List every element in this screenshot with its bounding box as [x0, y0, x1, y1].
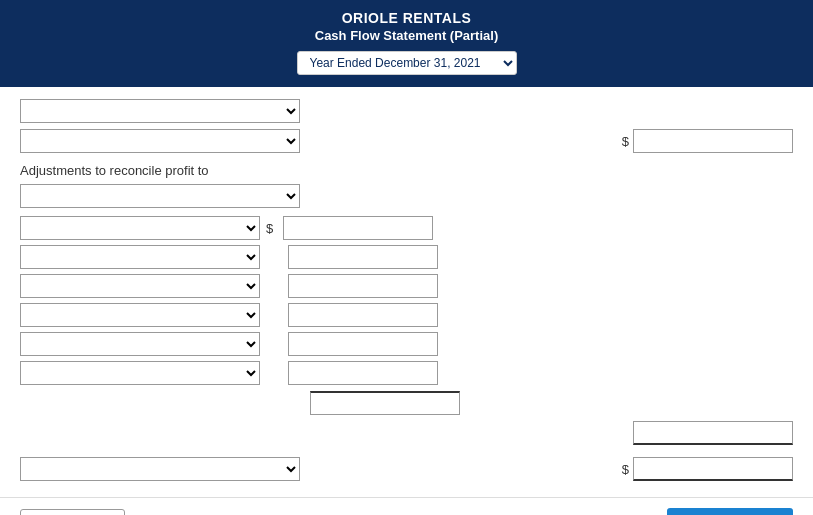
- adj-row-4: [20, 303, 793, 327]
- adj-dropdown-1[interactable]: [20, 216, 260, 240]
- adjustments-label: Adjustments to reconcile profit to: [20, 163, 793, 178]
- adj-input-6[interactable]: [288, 361, 438, 385]
- header: ORIOLE RENTALS Cash Flow Statement (Part…: [0, 0, 813, 87]
- adj-dollar-1: $: [266, 221, 273, 236]
- adj-input-3[interactable]: [288, 274, 438, 298]
- adj-input-5[interactable]: [288, 332, 438, 356]
- dropdown-bottom[interactable]: [20, 457, 300, 481]
- row-1: [20, 99, 793, 123]
- submit-button[interactable]: Submit Answer: [667, 508, 793, 515]
- adj-input-1[interactable]: [283, 216, 433, 240]
- adj-dropdown-6[interactable]: [20, 361, 260, 385]
- adj-dropdown-5[interactable]: [20, 332, 260, 356]
- bottom-row: $: [20, 457, 793, 481]
- dollar-sign-row2: $: [622, 134, 629, 149]
- dropdown-adjustments-header[interactable]: [20, 184, 300, 208]
- input-row2[interactable]: [633, 129, 793, 153]
- adj-dropdown-4[interactable]: [20, 303, 260, 327]
- company-name: ORIOLE RENTALS: [20, 10, 793, 26]
- adjustments-rows: $: [20, 216, 793, 385]
- dollar-sign-bottom: $: [622, 462, 629, 477]
- adj-row-1: $: [20, 216, 793, 240]
- total-input[interactable]: [633, 421, 793, 445]
- adj-row-6: [20, 361, 793, 385]
- statement-title: Cash Flow Statement (Partial): [20, 28, 793, 43]
- row-2: $: [20, 129, 793, 153]
- dropdown-row1[interactable]: [20, 99, 300, 123]
- adj-input-4[interactable]: [288, 303, 438, 327]
- footer: Save for Later Attempts: 0 of 1 used Sub…: [0, 497, 813, 515]
- adj-dropdown-2[interactable]: [20, 245, 260, 269]
- subtotal-input[interactable]: [310, 391, 460, 415]
- bottom-right: $: [622, 457, 793, 481]
- total-section: [20, 421, 793, 445]
- adj-row-2: [20, 245, 793, 269]
- adj-row-3: [20, 274, 793, 298]
- bottom-input[interactable]: [633, 457, 793, 481]
- adjustments-header-row: [20, 184, 793, 208]
- save-button[interactable]: Save for Later: [20, 509, 125, 516]
- total-right: [633, 421, 793, 445]
- year-dropdown[interactable]: Year Ended December 31, 2021 Year Ended …: [297, 51, 517, 75]
- content-area: $ Adjustments to reconcile profit to $: [0, 87, 813, 497]
- adj-input-2[interactable]: [288, 245, 438, 269]
- dropdown-row2[interactable]: [20, 129, 300, 153]
- adj-row-5: [20, 332, 793, 356]
- footer-right: Attempts: 0 of 1 used Submit Answer: [523, 508, 793, 515]
- adj-dropdown-3[interactable]: [20, 274, 260, 298]
